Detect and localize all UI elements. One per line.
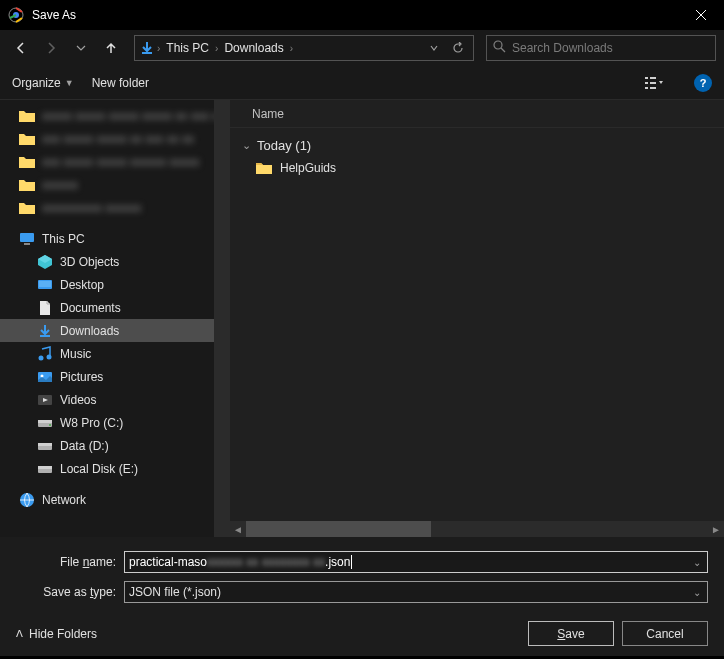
new-folder-button[interactable]: New folder [92,76,149,90]
tree-item-blurred[interactable]: xxx xxxxx xxxxx xx xxx xx xx [0,127,230,150]
filetype-field[interactable]: JSON file (*.json) ⌄ [124,581,708,603]
svg-point-13 [39,355,44,360]
forward-button[interactable] [38,35,64,61]
svg-rect-19 [38,420,52,423]
chrome-icon [8,7,24,23]
tree-item-videos[interactable]: Videos [0,388,230,411]
filename-dropdown[interactable]: ⌄ [693,557,701,568]
videos-icon [36,391,54,409]
tree-item-drive-c[interactable]: W8 Pro (C:) [0,411,230,434]
search-input[interactable] [512,41,709,55]
tree-item-downloads[interactable]: Downloads [0,319,230,342]
svg-point-14 [47,354,52,359]
downloads-icon [36,322,54,340]
hide-folders-button[interactable]: ᐱ Hide Folders [16,627,97,641]
column-name[interactable]: Name [252,107,284,121]
content-area: Name ⌄ Today (1) HelpGuids ◄ ► [230,100,724,537]
svg-rect-12 [39,281,51,287]
organize-button[interactable]: Organize▼ [12,76,74,90]
folder-icon [256,161,272,175]
tree-item-blurred[interactable]: xxxxx xxxxx xxxxx xxxxx xx xxx x [0,104,230,127]
svg-rect-6 [650,82,656,84]
tree-item-desktop[interactable]: Desktop [0,273,230,296]
folder-icon [18,176,36,194]
tree-item-blurred[interactable]: xxx xxxxx xxxxx xxxxxx xxxxx [0,150,230,173]
svg-rect-24 [38,466,52,469]
recent-dropdown[interactable] [68,35,94,61]
horizontal-scrollbar[interactable]: ◄ ► [230,521,724,537]
folder-icon [18,153,36,171]
tree-scrollbar[interactable] [214,100,230,537]
breadcrumb-bar[interactable]: › This PC › Downloads › [134,35,474,61]
breadcrumb-thispc[interactable]: This PC [162,41,213,55]
up-button[interactable] [98,35,124,61]
chevron-down-icon: ⌄ [242,139,251,152]
svg-rect-8 [650,87,656,89]
tree-item-pictures[interactable]: Pictures [0,365,230,388]
navbar: › This PC › Downloads › [0,30,724,66]
scroll-left-arrow[interactable]: ◄ [230,521,246,537]
documents-icon [36,299,54,317]
file-list[interactable]: ⌄ Today (1) HelpGuids [230,128,724,521]
svg-rect-4 [650,77,656,79]
content-header[interactable]: Name [230,100,724,128]
refresh-button[interactable] [447,37,469,59]
cancel-button[interactable]: Cancel [622,621,708,646]
close-button[interactable] [686,0,716,30]
scroll-right-arrow[interactable]: ► [708,521,724,537]
svg-rect-9 [20,233,34,242]
chevron-right-icon[interactable]: › [215,43,218,54]
network-icon [18,491,36,509]
help-button[interactable]: ? [694,74,712,92]
tree-item-drive-d[interactable]: Data (D:) [0,434,230,457]
drive-icon [36,460,54,478]
svg-point-2 [494,41,502,49]
titlebar: Save As [0,0,724,30]
toolbar: Organize▼ New folder ? [0,66,724,100]
svg-rect-7 [645,87,648,89]
bottom-panel: File name: practical-masoxxxxxx xx xxxxx… [0,537,724,656]
folder-icon [18,107,36,125]
breadcrumb-downloads[interactable]: Downloads [220,41,287,55]
back-button[interactable] [8,35,34,61]
view-options-button[interactable] [640,71,668,95]
tree-item-network[interactable]: Network [0,488,230,511]
group-today[interactable]: ⌄ Today (1) [234,134,720,157]
tree-item-3d-objects[interactable]: 3D Objects [0,250,230,273]
folder-icon [18,199,36,217]
chevron-right-icon[interactable]: › [290,43,293,54]
tree-item-blurred[interactable]: xxxxxx [0,173,230,196]
pictures-icon [36,368,54,386]
music-icon [36,345,54,363]
filename-label: File name: [16,555,124,569]
svg-rect-10 [24,243,30,245]
tree-item-documents[interactable]: Documents [0,296,230,319]
folder-icon [18,130,36,148]
address-dropdown[interactable] [423,37,445,59]
filename-field[interactable]: practical-masoxxxxxx xx xxxxxxxx xx.json… [124,551,708,573]
file-item-helpguids[interactable]: HelpGuids [234,157,720,179]
chevron-up-icon: ᐱ [16,628,23,639]
chevron-right-icon[interactable]: › [157,43,160,54]
tree-item-blurred[interactable]: xxxxxxxxxx xxxxxx [0,196,230,219]
desktop-icon [36,276,54,294]
tree-item-drive-e[interactable]: Local Disk (E:) [0,457,230,480]
svg-rect-5 [645,82,648,84]
search-bar[interactable] [486,35,716,61]
main-area: xxxxx xxxxx xxxxx xxxxx xx xxx x xxx xxx… [0,100,724,537]
tree-item-thispc[interactable]: This PC [0,227,230,250]
svg-point-20 [49,424,51,426]
3d-objects-icon [36,253,54,271]
svg-rect-22 [38,443,52,446]
drive-icon [36,414,54,432]
scroll-thumb[interactable] [246,521,431,537]
folder-tree[interactable]: xxxxx xxxxx xxxxx xxxxx xx xxx x xxx xxx… [0,100,230,537]
window-title: Save As [32,8,686,22]
save-button[interactable]: Save [528,621,614,646]
filetype-dropdown[interactable]: ⌄ [693,587,701,598]
search-icon [493,40,506,56]
type-label: Save as type: [16,585,124,599]
tree-item-music[interactable]: Music [0,342,230,365]
text-cursor [351,555,352,569]
drive-icon [36,437,54,455]
